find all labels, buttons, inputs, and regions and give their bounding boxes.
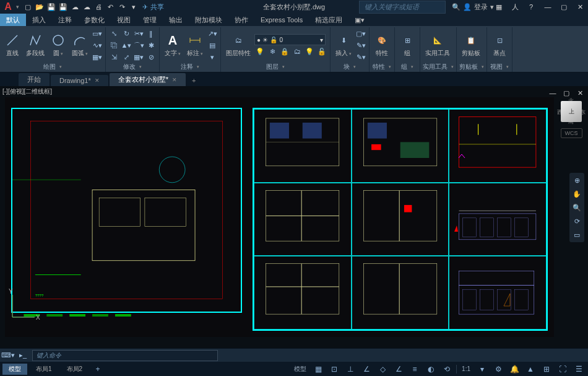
maximize-button[interactable]: ▢ bbox=[558, 1, 569, 12]
layer-iso-button[interactable]: 💡 bbox=[254, 46, 266, 56]
hw-accel-icon[interactable]: ⊞ bbox=[540, 364, 553, 375]
array-button[interactable]: ▦▾ bbox=[133, 52, 144, 62]
layer-freeze-button[interactable]: ❄ bbox=[267, 46, 278, 56]
new-tab-button[interactable]: + bbox=[187, 75, 201, 86]
edit-block-button[interactable]: ✎▾ bbox=[355, 40, 366, 50]
status-tab-layout2[interactable]: 布局2 bbox=[61, 364, 89, 375]
ortho-toggle-icon[interactable]: ⊥ bbox=[344, 364, 357, 375]
leader-button[interactable]: ↗▾ bbox=[207, 28, 218, 38]
app-menu-dropdown[interactable]: ▾ bbox=[16, 4, 19, 10]
saveas-icon[interactable]: 💾 bbox=[58, 2, 68, 12]
menu-insert[interactable]: 插入 bbox=[26, 14, 52, 26]
anno-scale-button[interactable]: 1:1 bbox=[459, 365, 473, 372]
menu-collaborate[interactable]: 协作 bbox=[228, 14, 254, 26]
cloud-save-icon[interactable]: ☁ bbox=[82, 2, 92, 12]
customize-status-icon[interactable]: ☰ bbox=[572, 364, 586, 375]
redo-icon[interactable]: ↷ bbox=[117, 2, 127, 12]
layer-props-button[interactable]: 🗂 图层特性 bbox=[223, 32, 253, 59]
menu-manage[interactable]: 管理 bbox=[137, 14, 163, 26]
clipboard-button[interactable]: 📋 剪贴板 bbox=[459, 32, 483, 59]
minimize-button[interactable]: — bbox=[542, 1, 553, 12]
scale-button[interactable]: ⤢ bbox=[121, 52, 132, 62]
block-attr-button[interactable]: ✎▾ bbox=[355, 52, 366, 62]
showmotion-icon[interactable]: ▭ bbox=[571, 230, 582, 240]
status-tab-model[interactable]: 模型 bbox=[2, 364, 27, 375]
app-store-icon[interactable]: ▦ bbox=[494, 2, 504, 12]
undo-icon[interactable]: ↶ bbox=[105, 2, 115, 12]
help-icon[interactable]: ? bbox=[526, 2, 536, 12]
layer-lock-button[interactable]: 🔒 bbox=[279, 46, 290, 56]
menu-parametric[interactable]: 参数化 bbox=[78, 14, 111, 26]
insert-block-button[interactable]: ⬇ 插入 bbox=[333, 32, 354, 59]
copy-button[interactable]: ⿻ bbox=[108, 40, 119, 50]
offset-button[interactable]: ‖ bbox=[145, 28, 157, 38]
anno-scale-dd-icon[interactable]: ▾ bbox=[475, 364, 489, 375]
isolate-icon[interactable]: ▲ bbox=[524, 364, 537, 375]
explode-button[interactable]: ✱ bbox=[145, 40, 157, 50]
menu-expresstools[interactable]: Express Tools bbox=[254, 14, 309, 26]
layer-walk-button[interactable]: 🔓 bbox=[316, 46, 327, 56]
orbit-icon[interactable]: ⟳ bbox=[571, 216, 582, 226]
menu-view[interactable]: 视图 bbox=[111, 14, 137, 26]
viewcube[interactable]: 上 bbox=[561, 101, 582, 122]
a360-icon[interactable]: 人 bbox=[510, 2, 520, 12]
share-button[interactable]: ✈ 共享 bbox=[139, 2, 168, 12]
drawing-area[interactable]: [-][俯视][二维线框] — ▢ ✕ ???? bbox=[0, 86, 588, 348]
new-icon[interactable]: ▢ bbox=[23, 2, 33, 12]
line-button[interactable]: 直线 bbox=[2, 32, 22, 59]
layer-off-button[interactable]: 💡 bbox=[304, 46, 315, 56]
rotate-button[interactable]: ↻ bbox=[121, 28, 132, 38]
stretch-button[interactable]: ⇲ bbox=[108, 52, 119, 62]
rect-button[interactable]: ▭▾ bbox=[92, 28, 103, 38]
panel-block-title[interactable]: 块 bbox=[333, 62, 366, 72]
panel-annotate-title[interactable]: 注释 bbox=[162, 62, 218, 72]
group-button[interactable]: ⊞ 组 bbox=[397, 32, 417, 59]
transparency-icon[interactable]: ◐ bbox=[424, 364, 438, 375]
polyline-button[interactable]: 多段线 bbox=[24, 32, 47, 59]
command-input[interactable]: 键入命令 bbox=[32, 350, 218, 361]
compass[interactable]: 北 南 东 西 上 bbox=[558, 98, 584, 125]
plot-icon[interactable]: 🖨 bbox=[93, 2, 103, 12]
text-button[interactable]: A 文字 bbox=[162, 32, 183, 59]
mirror-button[interactable]: ▲▾ bbox=[121, 40, 132, 50]
cloud-open-icon[interactable]: ☁ bbox=[70, 2, 80, 12]
clean-screen-icon[interactable]: ⛶ bbox=[556, 364, 569, 375]
polar-toggle-icon[interactable]: ∠ bbox=[360, 364, 373, 375]
panel-layer-title[interactable]: 图层 bbox=[223, 62, 327, 72]
qat-dropdown-icon[interactable]: ▾ bbox=[129, 2, 139, 12]
utilities-button[interactable]: 📐 实用工具 bbox=[423, 32, 452, 59]
circle-button[interactable]: 圆 bbox=[48, 32, 68, 59]
cycling-icon[interactable]: ⟲ bbox=[440, 364, 454, 375]
cmd-recent-icon[interactable]: ▸_ bbox=[17, 351, 28, 361]
anno-more[interactable]: ▾ bbox=[207, 52, 218, 62]
create-block-button[interactable]: ▢▾ bbox=[355, 28, 366, 38]
wcs-label[interactable]: WCS bbox=[561, 128, 582, 138]
panel-properties-title[interactable]: 特性 bbox=[372, 62, 392, 72]
steering-wheel-icon[interactable]: ⊕ bbox=[571, 175, 582, 185]
tab-drawing1[interactable]: Drawing1*✕ bbox=[51, 75, 108, 86]
close-tab-icon[interactable]: ✕ bbox=[172, 77, 177, 83]
layer-match-button[interactable]: 🗂 bbox=[292, 46, 303, 56]
panel-modify-title[interactable]: 修改 bbox=[108, 62, 157, 72]
menu-output[interactable]: 输出 bbox=[163, 14, 189, 26]
vp-close-icon[interactable]: ✕ bbox=[574, 87, 586, 98]
osnap-toggle-icon[interactable]: ◇ bbox=[376, 364, 389, 375]
properties-button[interactable]: 🎨 特性 bbox=[372, 32, 392, 59]
workspace-icon[interactable]: ⚙ bbox=[491, 364, 505, 375]
panel-utilities-title[interactable]: 实用工具 bbox=[423, 62, 454, 72]
arc-button[interactable]: 圆弧 bbox=[69, 32, 90, 59]
hatch-button[interactable]: ▦▾ bbox=[92, 52, 103, 62]
app-logo[interactable]: A bbox=[2, 1, 14, 12]
user-login[interactable]: 🔍 👤 登录 ▾ bbox=[452, 2, 494, 12]
spline-button[interactable]: ∿▾ bbox=[92, 40, 103, 50]
pan-icon[interactable]: ✋ bbox=[571, 189, 582, 199]
cmd-history-icon[interactable]: ⌨▾ bbox=[2, 351, 14, 361]
tab-start[interactable]: 开始 bbox=[19, 73, 50, 86]
layer-selector[interactable]: ● ☀ 🔓 0▾ bbox=[254, 34, 326, 45]
menu-launcher-icon[interactable]: ▣▾ bbox=[348, 14, 371, 26]
search-input[interactable]: 键入关键字或短语 bbox=[359, 1, 446, 14]
move-button[interactable]: ⤡ bbox=[108, 28, 119, 38]
panel-view-title[interactable]: 视图 bbox=[490, 62, 509, 72]
basepoint-button[interactable]: ⊡ 基点 bbox=[490, 32, 509, 59]
model-space-button[interactable]: 模型 bbox=[292, 365, 309, 374]
